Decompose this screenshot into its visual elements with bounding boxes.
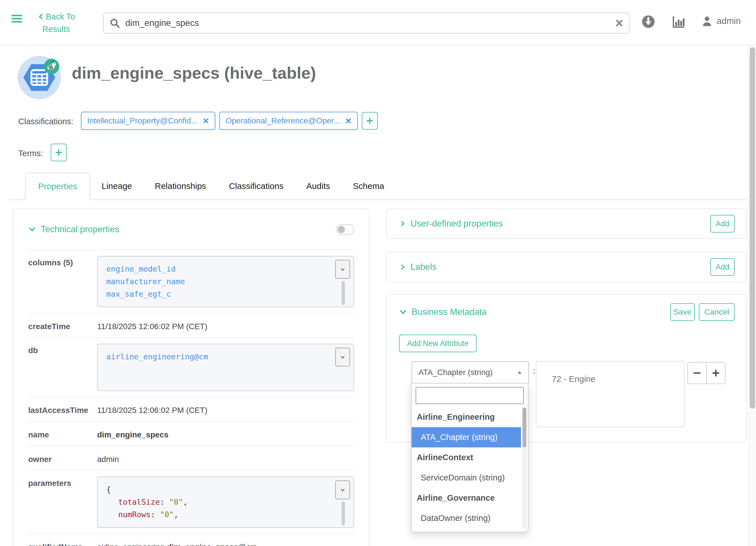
search-input[interactable] <box>125 18 615 28</box>
clear-search-icon[interactable] <box>615 19 623 27</box>
attribute-filter-input[interactable] <box>416 388 523 404</box>
chevron-down-icon <box>28 225 36 233</box>
expand-button[interactable] <box>335 260 350 279</box>
add-classification-button[interactable] <box>362 112 378 130</box>
terms-label: Terms: <box>18 149 43 158</box>
add-attribute-button[interactable] <box>706 362 726 384</box>
property-value: dim_engine_specs <box>97 428 354 439</box>
expand-button[interactable] <box>335 348 350 367</box>
dropdown-option[interactable]: ServiceDomain (string) <box>412 468 528 488</box>
tab-classifications[interactable]: Classifications <box>218 173 295 199</box>
db-link[interactable]: airline_engineering@cm <box>106 351 345 363</box>
property-key: parameters <box>28 477 97 488</box>
search-box <box>103 13 630 34</box>
property-row-parameters: parameters { totalSize: "0", numRows: "0… <box>28 471 354 534</box>
page-title: dim_engine_specs (hive_table) <box>72 63 316 82</box>
tab-lineage[interactable]: Lineage <box>90 173 144 199</box>
attribute-dropdown: Airline_Engineering ATA_Chapter (string)… <box>411 383 528 532</box>
db-value-box: airline_engineering@cm <box>97 344 354 391</box>
property-key: db <box>28 344 97 355</box>
property-row-lastAccessTime: lastAccessTime 11/18/2025 12:06:02 PM (C… <box>28 397 354 422</box>
add-label-button[interactable]: Add <box>710 258 735 276</box>
user-defined-properties-panel: User-defined properties Add <box>386 208 747 239</box>
attribute-select[interactable]: ATA_Chapter (string) <box>412 361 529 384</box>
add-term-button[interactable] <box>51 144 67 161</box>
json-line: numRows: "0", <box>106 508 345 521</box>
page-scrollbar[interactable] <box>749 45 756 546</box>
save-button[interactable]: Save <box>670 303 695 321</box>
dropdown-scrollbar[interactable] <box>522 408 526 529</box>
tab-relationships[interactable]: Relationships <box>144 173 218 199</box>
tab-properties[interactable]: Properties <box>25 173 90 200</box>
caret-up-icon <box>517 371 522 375</box>
dropdown-group-label: Airline_Engineering <box>412 407 528 427</box>
property-row-db: db airline_engineering@cm <box>28 338 354 397</box>
column-link[interactable]: manufacturer_name <box>106 275 345 288</box>
attribute-value: 72 - Engine <box>552 374 595 384</box>
user-menu[interactable]: admin <box>701 15 741 27</box>
back-link-line1: Back To <box>46 10 75 23</box>
column-link[interactable]: engine_model_id <box>106 263 345 275</box>
statistics-icon[interactable] <box>671 15 685 30</box>
property-value: admin <box>97 453 354 464</box>
property-row-columns: columns (5) engine_model_id manufacturer… <box>28 250 354 314</box>
property-value: airline_engineering.dim_engine_specs@cm <box>97 540 354 546</box>
add-new-attribute-button[interactable]: Add New Attribute <box>399 335 477 352</box>
back-to-results-link[interactable]: Back To Results <box>32 10 80 35</box>
attribute-row-stepper <box>687 362 726 384</box>
expand-button[interactable] <box>335 480 350 499</box>
property-key: createTime <box>28 320 97 331</box>
add-user-defined-property-button[interactable]: Add <box>710 215 735 232</box>
username: admin <box>717 16 741 26</box>
section-title: Technical properties <box>41 224 119 234</box>
section-title[interactable]: Business Metadata <box>412 307 487 317</box>
section-title[interactable]: Labels <box>410 262 436 272</box>
tab-schema[interactable]: Schema <box>342 173 396 199</box>
property-value: 11/18/2025 12:06:02 PM (CET) <box>97 404 354 415</box>
column-link[interactable]: max_safe_egt_c <box>106 288 345 301</box>
property-row-name: name dim_engine_specs <box>28 422 354 446</box>
property-key: lastAccessTime <box>28 404 97 415</box>
remove-classification-icon[interactable] <box>345 118 352 124</box>
attribute-value-box[interactable]: 72 - Engine <box>536 361 685 427</box>
remove-attribute-button[interactable] <box>687 362 707 384</box>
classifications-label: Classifications: <box>18 117 73 126</box>
chevron-right-icon[interactable] <box>399 220 406 228</box>
classification-tags: Intellectual_Property@Confid... Operatio… <box>81 112 378 130</box>
chevron-down-icon[interactable] <box>399 308 407 316</box>
tab-audits[interactable]: Audits <box>295 173 341 199</box>
remove-classification-icon[interactable] <box>203 118 209 124</box>
columns-value-box: engine_model_id manufacturer_name max_sa… <box>97 256 354 307</box>
classification-tag-label: Operational_Reference@Oper... <box>226 116 340 125</box>
dropdown-option-selected[interactable]: ATA_Chapter (string) <box>412 427 521 447</box>
top-bar: Back To Results admin <box>0 0 756 45</box>
hamburger-menu-icon[interactable] <box>11 15 22 22</box>
property-key: columns (5) <box>28 256 97 267</box>
columns-scrollbar[interactable] <box>342 281 345 303</box>
cancel-button[interactable]: Cancel <box>699 303 735 321</box>
section-title[interactable]: User-defined properties <box>410 218 503 229</box>
technical-properties-header[interactable]: Technical properties <box>28 209 354 250</box>
property-key: qualifiedName <box>28 540 97 546</box>
classification-tag-label: Intellectual_Property@Confid... <box>87 116 198 125</box>
property-value: 11/18/2025 12:06:02 PM (CET) <box>97 320 354 331</box>
user-icon <box>701 15 713 27</box>
download-icon[interactable] <box>641 15 655 30</box>
attribute-select-value: ATA_Chapter (string) <box>418 368 493 377</box>
json-line: totalSize: "0", <box>106 496 345 508</box>
attribute-separator: : <box>533 366 535 376</box>
page-scrollbar-thumb[interactable] <box>750 47 755 409</box>
show-empty-values-toggle[interactable] <box>336 224 354 234</box>
dropdown-option[interactable]: DataOwner (string) <box>412 508 528 528</box>
search-icon <box>109 18 120 28</box>
parameters-value-box: { totalSize: "0", numRows: "0", <box>97 477 354 528</box>
chevron-right-icon[interactable] <box>399 263 406 271</box>
parameters-scrollbar[interactable] <box>342 502 345 523</box>
classification-tag[interactable]: Operational_Reference@Oper... <box>219 112 358 130</box>
page: Back To Results admin <box>0 0 756 546</box>
technical-properties-panel: Technical properties columns (5) engine_… <box>13 208 369 546</box>
property-row-createTime: createTime 11/18/2025 12:06:02 PM (CET) <box>28 314 354 338</box>
dropdown-group-label: AirlineContext <box>412 447 528 468</box>
json-open-brace: { <box>106 483 345 496</box>
classification-tag[interactable]: Intellectual_Property@Confid... <box>81 112 215 130</box>
